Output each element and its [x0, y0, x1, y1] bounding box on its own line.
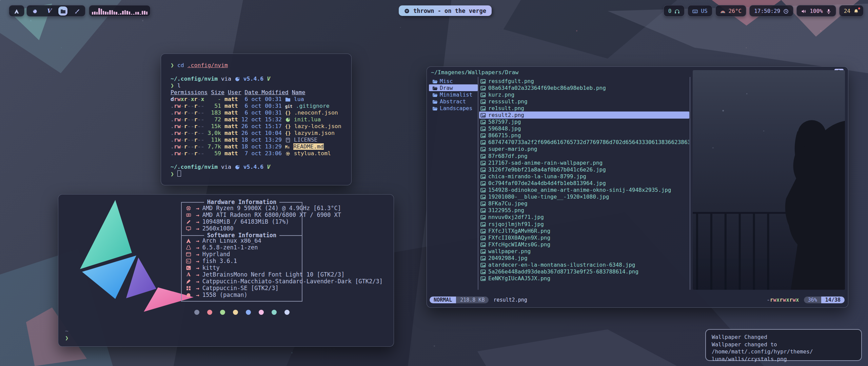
fetch-window[interactable]: Hardware Information →AMD Ryzen 9 5900X …	[58, 194, 394, 347]
file-item[interactable]: wallpaper.png	[479, 248, 689, 255]
arrow-icon: →	[196, 244, 199, 251]
sidebar-folder-abstract[interactable]: Abstract	[429, 98, 478, 105]
file-item[interactable]: 217167-sad-anime-rain-wallpaper.png	[479, 159, 689, 166]
file-item[interactable]: super-mario.png	[479, 146, 689, 152]
file-item[interactable]: 20492984.jpg	[479, 255, 689, 261]
file-item[interactable]: FXfcHgcWIAMzs0G.png	[479, 241, 689, 248]
palette-dot	[272, 310, 277, 315]
file-item[interactable]: chica-mirando-la-luna-8799.jpg	[479, 173, 689, 180]
notification-popup[interactable]: Wallpaper Changed Wallpaper changed to /…	[705, 329, 862, 361]
ls-header: Permissions Size User Date Modified Name	[171, 89, 351, 96]
terminal-output: ❯ cd .config/nvim~/.config/nvim via v5.4…	[171, 62, 351, 177]
fetch-row: →1558 (pacman)	[182, 291, 302, 298]
file-item[interactable]: atardecer-en-la-montanas-ilustracion-634…	[479, 262, 689, 268]
file-item[interactable]: 19201080-__blue-tinge__-1920×1080.jpg	[479, 194, 689, 200]
keyboard-icon	[692, 8, 698, 14]
terminal-line	[171, 157, 351, 164]
terminal-cursor	[177, 170, 181, 177]
palette-dot	[220, 310, 225, 315]
image-file-icon	[480, 268, 486, 275]
module-keyboard-layout-value: US	[701, 8, 707, 14]
visualizer-bar	[109, 10, 111, 15]
file-item[interactable]: FXfcII0X0AQyn9X.png	[479, 234, 689, 241]
speaker-icon	[801, 8, 807, 14]
file-item[interactable]: 866715.png	[479, 132, 689, 139]
visualizer-bar	[140, 14, 141, 15]
file-item[interactable]: 68747470733a2f2f696d616765732d7769786d70…	[479, 139, 689, 146]
image-file-icon	[480, 207, 486, 214]
brush-icon	[74, 8, 80, 14]
file-item[interactable]: FXfcJlTXgAMvH6R.png	[479, 227, 689, 234]
visualizer-bar	[92, 12, 93, 15]
media-player-pill[interactable]: thrown - on the verge	[399, 5, 492, 16]
workspace-vim[interactable]: V	[44, 6, 53, 15]
workspace-firefox[interactable]	[31, 6, 39, 15]
file-item[interactable]: kurz.png	[479, 91, 689, 98]
file-item[interactable]: nnvuv0xj2df71.jpg	[479, 214, 689, 221]
palette-dot	[246, 310, 251, 315]
file-item[interactable]: 154928-odinokoe_anime-art-anime-okno-sin…	[479, 187, 689, 194]
open-folder-icon	[432, 92, 438, 98]
sidebar-folder-misc[interactable]: Misc	[429, 78, 478, 84]
module-keyboard-layout[interactable]: US	[688, 5, 712, 17]
selected-filename: result2.png	[493, 297, 527, 303]
file-item[interactable]: rsjqojlmjhf91.jpg	[479, 221, 689, 227]
file-item[interactable]: 0c794faf07de24a4db4d4fb1eb813964.jpg	[479, 180, 689, 186]
module-audio-value: 100%	[810, 8, 823, 14]
visualizer-bar	[137, 12, 139, 15]
module-notifications[interactable]: 0	[664, 5, 685, 17]
visualizer-bar	[129, 12, 130, 15]
wm-icon	[183, 252, 194, 257]
file-item[interactable]: EeNKYgIUcAAJ5JX.png	[479, 275, 689, 282]
sidebar-folder-landscapes[interactable]: Landscapes	[429, 105, 478, 111]
module-updates[interactable]: 24	[839, 5, 864, 17]
visualizer-bar	[146, 12, 147, 15]
image-file-icon	[480, 146, 486, 152]
module-clock[interactable]: 17:50:29	[749, 5, 793, 17]
file-item[interactable]: result2.png	[479, 111, 689, 118]
image-file-icon	[480, 173, 486, 180]
shell-prompt: ❯	[171, 170, 351, 177]
prompt-path: ~	[65, 327, 68, 334]
file-item[interactable]: 596848.jpg	[479, 125, 689, 132]
prompt-symbol: ❯	[65, 334, 68, 342]
shell-command: ❯ cd .config/nvim	[171, 62, 351, 69]
workspace-folder[interactable]	[58, 6, 67, 16]
module-audio[interactable]: 100%	[796, 5, 836, 17]
visualizer-bar	[131, 14, 132, 15]
fetch-row: →Hyprland	[182, 251, 302, 258]
file-item[interactable]: 587597.jpg	[479, 119, 689, 125]
file-item[interactable]: re1sult.png	[479, 105, 689, 111]
workspace-switcher[interactable]: V	[26, 5, 85, 17]
image-file-icon	[480, 112, 486, 118]
file-item[interactable]: resssult.png	[479, 98, 689, 105]
terminal-window[interactable]: ❯ cd .config/nvim~/.config/nvim via v5.4…	[161, 54, 352, 185]
sidebar-folder-minimalist[interactable]: Minimalist	[429, 91, 478, 98]
module-weather[interactable]: 26°C	[715, 5, 747, 17]
now-playing-title: thrown - on the verge	[413, 7, 486, 14]
vim-icon: V	[46, 7, 51, 14]
visualizer-bar	[96, 12, 98, 15]
image-file-icon	[480, 194, 486, 200]
arch-icon	[14, 8, 19, 14]
visualizer-bar	[114, 12, 115, 15]
file-item[interactable]: ressdfgult.png	[479, 78, 689, 84]
headset-icon	[674, 8, 680, 14]
palette-dot	[194, 310, 199, 315]
file-item[interactable]: 87r687df.png	[479, 152, 689, 159]
arrow-icon: →	[196, 251, 199, 258]
image-file-icon	[480, 187, 486, 193]
file-item[interactable]: 08a634fa02a32364f69ebc86a98eb1eb.png	[479, 84, 689, 91]
app-launcher-button[interactable]	[9, 5, 24, 17]
sidebar-folder-draw[interactable]: Draw	[429, 84, 478, 91]
file-manager-window[interactable]: ~/Imagenes/Wallpapers/Draw 1 MiscDrawMin…	[427, 66, 848, 308]
statusbar-modules: 0US26°C17:50:29100%24	[664, 5, 864, 17]
visualizer-bar	[142, 11, 143, 15]
image-file-icon	[480, 139, 486, 145]
image-file-icon	[480, 180, 486, 186]
file-item[interactable]: 5a266e448add93deab367d87173e9f25-6837886…	[479, 268, 689, 275]
file-item[interactable]: 8FKa7Cu.jpeg	[479, 200, 689, 207]
file-item[interactable]: 3122955.png	[479, 207, 689, 214]
workspace-brush[interactable]	[73, 6, 81, 15]
file-item[interactable]: 3126f7e9bbf21a8a4af0b67b041c6e26.jpg	[479, 166, 689, 173]
